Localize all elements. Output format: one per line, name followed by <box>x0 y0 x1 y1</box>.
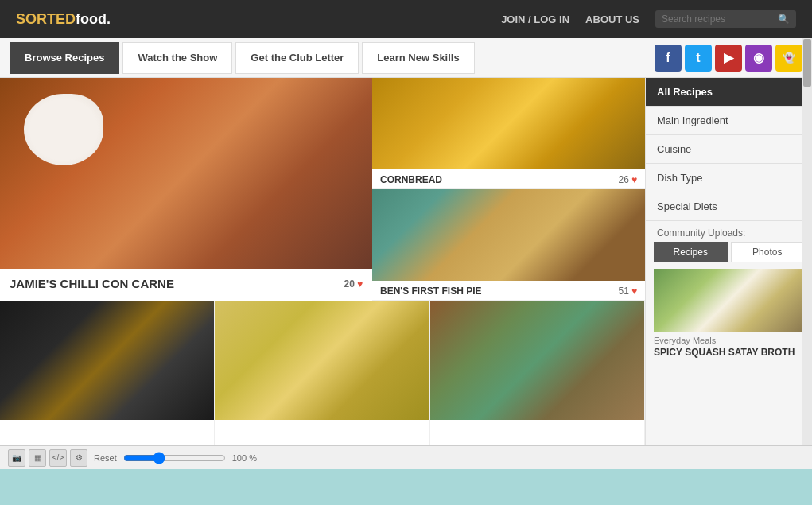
youtube-icon[interactable]: ▶ <box>715 45 742 72</box>
community-card-image <box>654 269 804 332</box>
recipe-bottom-1-image <box>0 301 214 420</box>
search-input[interactable] <box>662 14 773 25</box>
fishpie-likes: 51 ♥ <box>619 286 637 297</box>
cornbread-info: CORNBREAD 26 ♥ <box>372 169 645 189</box>
main-content: JAMIE'S CHILLI CON CARNE 20 ♥ CORNBREAD <box>0 78 812 469</box>
scrollbar[interactable] <box>802 78 812 469</box>
nav-club-letter[interactable]: Get the Club Letter <box>235 42 359 74</box>
community-tab-recipes[interactable]: Recipes <box>654 242 728 262</box>
toolbar-settings-icon[interactable]: ⚙ <box>70 449 87 467</box>
recipe-bottom-2[interactable] <box>215 301 429 468</box>
bottom-toolbar: 📷 ▦ </> ⚙ Reset 100 % <box>0 445 812 469</box>
fishpie-recipe[interactable]: BEN'S FIRST FISH PIE 51 ♥ <box>372 189 645 301</box>
sidebar-dish-type[interactable]: Dish Type <box>646 164 812 192</box>
sidebar-main-ingredient[interactable]: Main Ingredient <box>646 107 812 135</box>
logo-food: food. <box>76 11 111 27</box>
featured-recipe-title: JAMIE'S CHILLI CON CARNE <box>10 277 174 290</box>
community-tabs: Recipes Photos <box>654 242 804 262</box>
cornbread-image <box>372 78 645 169</box>
featured-recipe[interactable]: JAMIE'S CHILLI CON CARNE 20 ♥ <box>0 78 372 301</box>
logo-sorted: SORTED <box>16 11 76 27</box>
nav-browse-recipes[interactable]: Browse Recipes <box>10 42 119 74</box>
nav-bar: Browse Recipes Watch the Show Get the Cl… <box>0 38 812 78</box>
zoom-level: 100 % <box>232 453 257 463</box>
featured-like-count: 20 ♥ <box>344 278 363 289</box>
cornbread-title: CORNBREAD <box>380 174 442 185</box>
scrollbar-thumb[interactable] <box>803 78 811 87</box>
recipe-bottom-row <box>0 301 645 468</box>
cornbread-likes: 26 ♥ <box>619 174 637 185</box>
nav-learn-skills[interactable]: Learn New Skills <box>362 42 474 74</box>
toolbar-icons: 📷 ▦ </> ⚙ <box>8 449 87 467</box>
site-logo[interactable]: SORTEDfood. <box>16 11 111 28</box>
toolbar-grid-icon[interactable]: ▦ <box>29 449 46 467</box>
nav-watch-show[interactable]: Watch the Show <box>122 42 232 74</box>
search-icon: 🔍 <box>778 14 790 25</box>
twitter-icon[interactable]: t <box>685 45 712 72</box>
recipe-right-column: CORNBREAD 26 ♥ BEN'S FIRST FISH PIE <box>372 78 645 301</box>
recipe-bottom-1[interactable] <box>0 301 215 468</box>
sidebar: All Recipes Main Ingredient Cuisine Dish… <box>645 78 812 469</box>
toolbar-code-icon[interactable]: </> <box>49 449 67 467</box>
recipe-grid: JAMIE'S CHILLI CON CARNE 20 ♥ CORNBREAD <box>0 78 645 469</box>
cornbread-heart-icon: ♥ <box>631 174 637 185</box>
featured-recipe-image <box>0 78 372 269</box>
social-icons-bar: f t ▶ ◉ 👻 <box>655 45 802 72</box>
heart-icon: ♥ <box>357 278 363 289</box>
toolbar-reset-label[interactable]: Reset <box>94 453 117 463</box>
facebook-icon[interactable]: f <box>655 45 682 72</box>
fishpie-title: BEN'S FIRST FISH PIE <box>380 286 482 297</box>
cornbread-recipe[interactable]: CORNBREAD 26 ♥ <box>372 78 645 189</box>
zoom-slider[interactable] <box>123 452 226 464</box>
fishpie-heart-icon: ♥ <box>631 286 637 297</box>
community-card-category: Everyday Meals <box>654 332 804 347</box>
featured-recipe-title-bar: JAMIE'S CHILLI CON CARNE 20 ♥ <box>0 269 372 298</box>
sidebar-special-diets[interactable]: Special Diets <box>646 192 812 221</box>
about-us-link[interactable]: ABOUT US <box>585 14 639 25</box>
search-box: 🔍 <box>655 10 796 28</box>
sidebar-cuisine[interactable]: Cuisine <box>646 135 812 164</box>
community-card-title: SPICY SQUASH SATAY BROTH <box>654 347 804 358</box>
sidebar-all-recipes[interactable]: All Recipes <box>646 78 812 107</box>
site-header: SORTEDfood. JOIN / LOG IN ABOUT US 🔍 <box>0 0 812 38</box>
join-login-link[interactable]: JOIN / LOG IN <box>501 14 569 25</box>
community-card[interactable]: Everyday Meals SPICY SQUASH SATAY BROTH <box>654 269 804 358</box>
community-uploads-label: Community Uploads: <box>646 221 812 242</box>
snapchat-icon[interactable]: 👻 <box>775 45 802 72</box>
recipe-bottom-3-image <box>430 301 644 420</box>
recipe-bottom-3[interactable] <box>430 301 645 468</box>
recipe-bottom-2-image <box>215 301 429 420</box>
fishpie-image <box>372 189 645 281</box>
instagram-icon[interactable]: ◉ <box>745 45 772 72</box>
fishpie-info: BEN'S FIRST FISH PIE 51 ♥ <box>372 281 645 301</box>
toolbar-camera-icon[interactable]: 📷 <box>8 449 25 467</box>
header-nav: JOIN / LOG IN ABOUT US <box>501 14 639 25</box>
community-tab-photos[interactable]: Photos <box>731 242 805 262</box>
